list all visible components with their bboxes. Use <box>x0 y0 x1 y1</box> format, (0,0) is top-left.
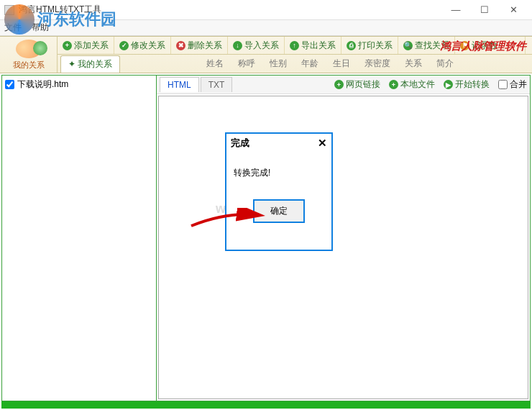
localfile-button[interactable]: +本地文件 <box>389 78 435 91</box>
minimize-button[interactable]: — <box>441 2 470 18</box>
left-pane: 下载说明.htm <box>2 76 157 401</box>
status-bar <box>1 401 531 409</box>
tab-html[interactable]: HTML <box>160 77 199 92</box>
avatar-box[interactable]: 我的关系 <box>0 37 58 73</box>
col-birth: 生日 <box>333 58 350 70</box>
import-icon: ↓ <box>233 41 242 50</box>
maximize-button[interactable]: ☐ <box>470 2 499 18</box>
print-button[interactable]: ⎙打印关系 <box>341 37 398 54</box>
plus-icon: + <box>334 80 344 89</box>
import-button[interactable]: ↓导入关系 <box>228 37 285 54</box>
file-name: 下载说明.htm <box>17 78 68 91</box>
merge-checkbox[interactable] <box>498 80 508 89</box>
right-pane: HTML TXT +网页链接 +本地文件 ▶开始转换 合并 完成 ✕ 转换完成!… <box>157 76 530 401</box>
export-label: 导出关系 <box>301 40 336 52</box>
close-button[interactable]: ✕ <box>499 2 528 18</box>
annotation-arrow <box>188 208 267 237</box>
watermark-icon <box>4 4 35 35</box>
weblink-button[interactable]: +网页链接 <box>334 78 380 91</box>
add-icon: + <box>63 41 72 50</box>
dialog-title: 完成 <box>231 137 249 150</box>
col-name: 姓名 <box>206 58 224 70</box>
col-age: 年龄 <box>301 58 318 70</box>
edit-label: 修改关系 <box>131 40 165 52</box>
tab-txt[interactable]: TXT <box>201 77 233 92</box>
content-area: 完成 ✕ 转换完成! 确定 <box>158 96 528 399</box>
avatar-label: 我的关系 <box>13 60 45 70</box>
delete-icon: ✖ <box>176 41 185 50</box>
main-area: 下载说明.htm HTML TXT +网页链接 +本地文件 ▶开始转换 合并 完… <box>1 75 531 401</box>
edit-icon: ✓ <box>119 41 129 50</box>
dialog-message: 转换完成! <box>226 152 331 193</box>
weblink-label: 网页链接 <box>346 78 380 91</box>
watermark-logo: 河东软件园 <box>4 4 116 35</box>
start-button[interactable]: ▶开始转换 <box>444 78 490 91</box>
merge-label: 合并 <box>510 78 527 91</box>
add-label: 添加关系 <box>74 40 109 52</box>
import-label: 导入关系 <box>244 40 279 52</box>
localfile-label: 本地文件 <box>400 78 435 91</box>
print-label: 打印关系 <box>358 40 393 52</box>
print-icon: ⎙ <box>347 41 356 50</box>
col-sex: 性别 <box>270 58 287 70</box>
toolbar: 我的关系 +添加关系 ✓修改关系 ✖删除关系 ↓导入关系 ↑导出关系 ⎙打印关系… <box>0 36 532 73</box>
merge-checkbox-group[interactable]: 合并 <box>498 78 527 91</box>
watermark-text: 河东软件园 <box>37 9 116 30</box>
tab-my-label: 我的关系 <box>78 59 112 69</box>
col-intro: 简介 <box>436 58 454 70</box>
delete-button[interactable]: ✖删除关系 <box>171 37 228 54</box>
edit-button[interactable]: ✓修改关系 <box>114 37 171 54</box>
right-toolbar: HTML TXT +网页链接 +本地文件 ▶开始转换 合并 <box>157 76 530 94</box>
export-icon: ↑ <box>290 41 299 50</box>
col-close: 亲密度 <box>364 58 390 70</box>
file-item[interactable]: 下载说明.htm <box>5 78 153 91</box>
start-label: 开始转换 <box>455 78 490 91</box>
col-rel: 关系 <box>405 58 422 70</box>
play-icon: ▶ <box>444 80 453 89</box>
col-call: 称呼 <box>238 58 255 70</box>
file-checkbox[interactable] <box>5 80 14 89</box>
brand-text: 鸿言人脉管理软件 <box>440 40 526 53</box>
dialog-close-button[interactable]: ✕ <box>318 137 327 150</box>
export-button[interactable]: ↑导出关系 <box>285 37 341 54</box>
tab-my-relations[interactable]: ✦ 我的关系 <box>60 55 120 73</box>
column-headers: 姓名 称呼 性别 年龄 生日 亲密度 关系 简介 <box>206 58 532 70</box>
plus-icon: + <box>389 80 398 89</box>
avatar-icon <box>16 40 42 58</box>
delete-label: 删除关系 <box>188 40 222 52</box>
add-button[interactable]: +添加关系 <box>58 37 114 54</box>
search-icon: 🔍 <box>403 41 413 50</box>
